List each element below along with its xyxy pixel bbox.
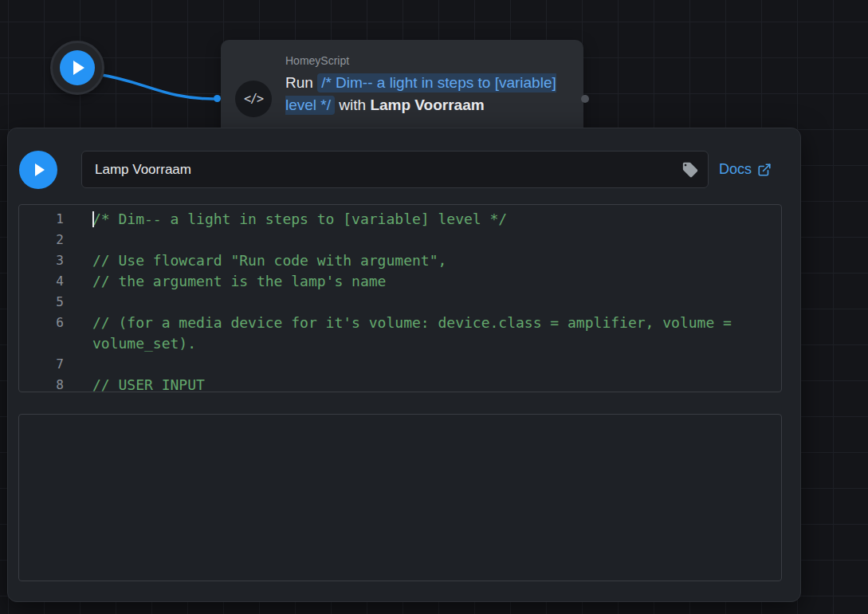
connection-wire — [0, 0, 239, 144]
docs-link-label: Docs — [719, 161, 752, 178]
flow-card-argument: Lamp Voorraam — [370, 96, 484, 113]
docs-link[interactable]: Docs — [719, 151, 772, 188]
script-play-icon — [19, 151, 57, 189]
flow-card-sentence: Run /* Dim-- a light in steps to [variab… — [285, 72, 564, 116]
card-output-port — [581, 95, 589, 103]
code-row: 8 // USER INPUT — [19, 375, 781, 392]
script-output-console — [18, 414, 782, 581]
line-number: 5 — [19, 292, 64, 313]
wire-endpoint-dot — [214, 95, 221, 102]
line-number: 7 — [19, 354, 64, 375]
code-icon: </> — [235, 81, 272, 117]
line-number: 1 — [19, 209, 64, 230]
tag-icon — [681, 161, 699, 179]
external-link-icon — [757, 163, 772, 177]
script-editor-dialog: Docs 1 /* Dim-- a light in steps to [var… — [7, 128, 801, 602]
tag-token-button[interactable] — [680, 159, 700, 179]
flow-card-app-name: HomeyScript — [285, 54, 564, 67]
play-icon — [60, 50, 95, 85]
code-row: 4 // the argument is the lamp's name — [19, 271, 781, 292]
code-line — [92, 230, 781, 250]
code-line — [92, 354, 781, 375]
code-row: 6 // (for a media device for it's volume… — [19, 313, 781, 354]
code-line: // (for a media device for it's volume: … — [92, 313, 781, 354]
code-editor[interactable]: 1 /* Dim-- a light in steps to [variable… — [18, 204, 782, 392]
line-number: 8 — [19, 375, 64, 392]
flow-card-prefix: Run — [285, 74, 313, 91]
code-line: // USER INPUT — [92, 375, 781, 392]
script-name-input[interactable] — [81, 151, 709, 188]
code-line — [92, 292, 781, 313]
flow-canvas: </> HomeyScript Run /* Dim-- a light in … — [0, 0, 868, 614]
code-line: // the argument is the lamp's name — [92, 271, 781, 292]
code-line: /* Dim-- a light in steps to [variable] … — [92, 209, 781, 230]
text-cursor — [92, 211, 94, 227]
code-row: 7 — [19, 354, 781, 375]
code-row: 5 — [19, 292, 781, 313]
line-number: 4 — [19, 271, 64, 292]
flow-card-body: HomeyScript Run /* Dim-- a light in step… — [285, 54, 564, 116]
code-row: 2 — [19, 230, 781, 250]
line-number: 3 — [19, 250, 64, 271]
line-number: 2 — [19, 230, 64, 250]
code-row: 3 // Use flowcard "Run code with argumen… — [19, 250, 781, 271]
code-row: 1 /* Dim-- a light in steps to [variable… — [19, 209, 781, 230]
flow-trigger-node[interactable] — [50, 41, 104, 95]
code-line: // Use flowcard "Run code with argument"… — [92, 250, 781, 271]
script-name-field — [81, 151, 709, 188]
line-number: 6 — [19, 313, 64, 354]
flow-card-connector: with — [339, 96, 366, 113]
